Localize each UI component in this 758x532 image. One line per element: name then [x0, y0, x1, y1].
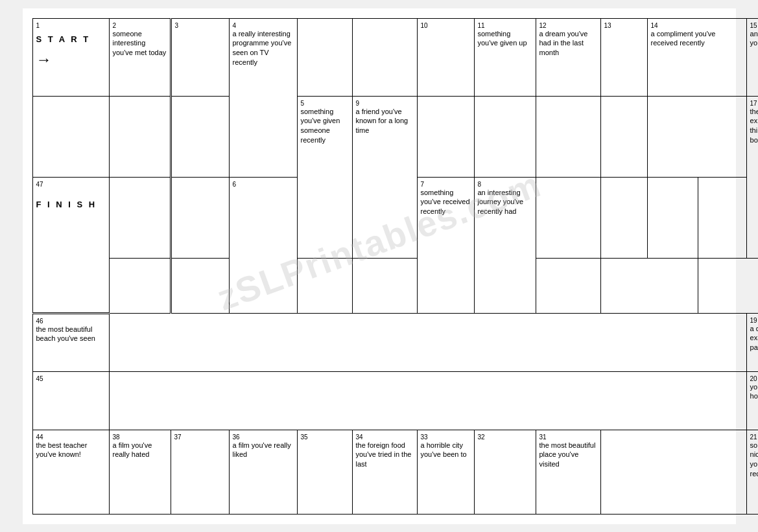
cell-37: 37 [171, 430, 229, 514]
cell-r4c11 [600, 258, 698, 313]
board-table: 1 S T A R T → 2 someone interesting you'… [32, 18, 759, 515]
cell-7: 7 something you've received recently [417, 177, 474, 313]
cell-r5c2 [109, 313, 746, 371]
cell-12: 12 a dream you've had in the last month [536, 18, 600, 96]
cell-34: 34 the foreign food you've tried in the … [352, 430, 417, 514]
cell-47: 47 F I N I S H [32, 177, 109, 313]
cell-46: 46 the most beautiful beach you've seen [32, 313, 109, 371]
cell-11: 11 something you've given up [474, 18, 536, 96]
cell-6: 6 [229, 177, 297, 313]
cell-r4c9 [352, 258, 417, 313]
cell-r3c11 [698, 177, 758, 258]
cell-2: 2 someone interesting you've met today [109, 18, 171, 96]
cell-r3c3 [171, 177, 229, 258]
cell-r2c10 [600, 96, 647, 177]
cell-r3c10 [647, 177, 698, 258]
cell-19: 19 a difficult exam you've passed [746, 313, 758, 371]
cell-15: 15 an exam you've failed [746, 18, 758, 96]
cell-r3c9 [600, 177, 647, 258]
cell-21: 21 some very nice food you've eaten rece… [746, 430, 758, 514]
cell-r2c9 [536, 96, 600, 177]
cell-33: 33 a horrible city you've been to [417, 430, 474, 514]
cell-r1c6 [352, 18, 417, 96]
cell-r4c2 [109, 258, 171, 313]
cell-r2c7 [417, 96, 474, 177]
cell-start: 1 S T A R T → [32, 18, 109, 96]
cell-r3c2 [109, 177, 171, 258]
cell-r4c8 [297, 258, 352, 313]
cell-44: 44 the best teacher you've known! [32, 430, 109, 514]
board-container: zSLPrintables.com 1 S T A R T → 2 someon… [23, 8, 736, 524]
cell-13: 13 [600, 18, 647, 96]
cell-14: 14 a compliment you've received recently [647, 18, 746, 96]
cell-9: 9 a friend you've known for a long time [352, 96, 417, 258]
cell-35: 35 [297, 430, 352, 514]
cell-r2c3 [171, 96, 229, 177]
cell-38: 38 a film you've really hated [109, 430, 171, 514]
cell-r2c2 [109, 96, 171, 177]
cell-r6c2 [109, 371, 746, 430]
cell-4: 4 a really interesting programme you've … [229, 18, 297, 177]
cell-r4c3 [171, 258, 229, 313]
cell-r2c11 [647, 96, 746, 177]
cell-31: 31 the most beautiful place you've visit… [536, 430, 600, 514]
cell-r2c8 [474, 96, 536, 177]
cell-5: 5 something you've given someone recentl… [297, 96, 352, 258]
cell-3: 3 [171, 18, 229, 96]
cell-32: 32 [474, 430, 536, 514]
cell-8: 8 an interesting journey you've recently… [474, 177, 536, 313]
cell-r7c10 [600, 430, 746, 514]
cell-r1c5 [297, 18, 352, 96]
cell-r2c1 [32, 96, 109, 177]
cell-r3c8 [536, 177, 600, 258]
cell-45: 45 [32, 371, 109, 430]
cell-36: 36 a film you've really liked [229, 430, 297, 514]
cell-10: 10 [417, 18, 474, 96]
cell-r4c10 [536, 258, 600, 313]
cell-20: 20 your best holiday [746, 371, 758, 430]
